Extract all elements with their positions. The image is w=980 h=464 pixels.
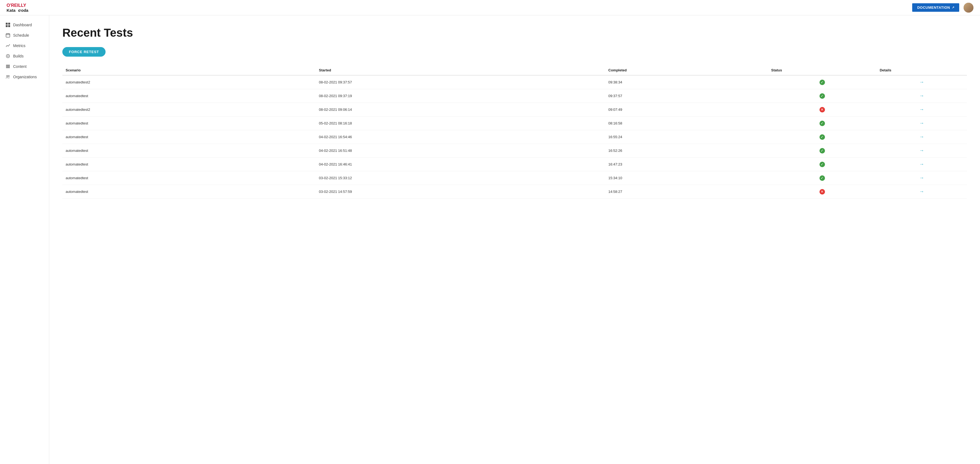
header: O'REILLY Kata σ oda DOCUMENTATION ↗ xyxy=(0,0,980,15)
cell-details: → xyxy=(877,171,967,185)
content-icon xyxy=(5,64,10,69)
avatar-image xyxy=(964,3,974,13)
svg-rect-15 xyxy=(6,66,10,67)
sidebar-label-content: Content xyxy=(13,64,27,69)
details-arrow-button[interactable]: → xyxy=(919,107,924,112)
cell-started: 08-02-2021 09:06:14 xyxy=(315,103,605,116)
status-icon-error: ✕ xyxy=(819,107,825,112)
sidebar-label-dashboard: Dashboard xyxy=(13,23,32,27)
svg-text:O'REILLY: O'REILLY xyxy=(6,3,26,8)
cell-completed: 16:55:24 xyxy=(605,130,768,144)
cell-scenario: automatedtest xyxy=(62,144,315,158)
sidebar: Dashboard Schedule Metrics xyxy=(0,15,49,464)
cell-scenario: automatedtest xyxy=(62,185,315,199)
svg-point-18 xyxy=(8,75,10,77)
status-icon-success: ✓ xyxy=(819,175,825,181)
cell-status: ✓ xyxy=(768,130,877,144)
svg-point-13 xyxy=(7,56,8,57)
status-icon-error: ✕ xyxy=(819,189,825,195)
table-row: automatedtest2 08-02-2021 09:37:57 09:38… xyxy=(62,75,967,89)
details-arrow-button[interactable]: → xyxy=(919,120,924,126)
cell-status: ✓ xyxy=(768,89,877,103)
header-right: DOCUMENTATION ↗ xyxy=(912,3,974,13)
status-icon-success: ✓ xyxy=(819,162,825,167)
cell-started: 08-02-2021 09:37:57 xyxy=(315,75,605,89)
cell-scenario: automatedtest xyxy=(62,158,315,171)
cell-scenario: automatedtest xyxy=(62,89,315,103)
col-header-started: Started xyxy=(315,65,605,75)
details-arrow-button[interactable]: → xyxy=(919,189,924,195)
cell-scenario: automatedtest2 xyxy=(62,75,315,89)
cell-scenario: automatedtest xyxy=(62,116,315,130)
svg-rect-16 xyxy=(6,67,10,68)
status-icon-success: ✓ xyxy=(819,134,825,140)
status-icon-success: ✓ xyxy=(819,121,825,126)
main-content: Recent Tests FORCE RETEST Scenario Start… xyxy=(49,15,980,464)
table-row: automatedtest 08-02-2021 09:37:19 09:37:… xyxy=(62,89,967,103)
svg-text:Kata: Kata xyxy=(6,8,16,13)
sidebar-item-dashboard[interactable]: Dashboard xyxy=(0,20,49,30)
table-row: automatedtest 05-02-2021 08:16:18 08:16:… xyxy=(62,116,967,130)
cell-scenario: automatedtest2 xyxy=(62,103,315,116)
status-icon-success: ✓ xyxy=(819,80,825,85)
table-header-row: Scenario Started Completed Status Detail… xyxy=(62,65,967,75)
sidebar-label-organizations: Organizations xyxy=(13,75,37,79)
status-icon-success: ✓ xyxy=(819,93,825,99)
page-title: Recent Tests xyxy=(62,26,967,40)
sidebar-label-schedule: Schedule xyxy=(13,33,29,37)
svg-point-17 xyxy=(6,75,8,77)
cell-scenario: automatedtest xyxy=(62,130,315,144)
table-row: automatedtest 03-02-2021 14:57:59 14:58:… xyxy=(62,185,967,199)
external-link-icon: ↗ xyxy=(952,6,955,9)
status-icon-success: ✓ xyxy=(819,148,825,153)
sidebar-item-content[interactable]: Content xyxy=(0,61,49,72)
cell-completed: 16:52:26 xyxy=(605,144,768,158)
sidebar-item-schedule[interactable]: Schedule xyxy=(0,30,49,40)
sidebar-item-metrics[interactable]: Metrics xyxy=(0,40,49,51)
cell-completed: 09:07:49 xyxy=(605,103,768,116)
documentation-button[interactable]: DOCUMENTATION ↗ xyxy=(912,3,959,12)
logo: O'REILLY Kata σ oda xyxy=(6,2,37,13)
sidebar-item-organizations[interactable]: Organizations xyxy=(0,72,49,82)
details-arrow-button[interactable]: → xyxy=(919,93,924,99)
cell-status: ✓ xyxy=(768,144,877,158)
cell-status: ✓ xyxy=(768,75,877,89)
oreilly-katacoda-logo: O'REILLY Kata σ oda xyxy=(6,2,37,13)
svg-rect-8 xyxy=(6,33,10,37)
sidebar-item-builds[interactable]: Builds xyxy=(0,51,49,61)
cell-completed: 09:37:57 xyxy=(605,89,768,103)
cell-started: 04-02-2021 16:46:41 xyxy=(315,158,605,171)
sidebar-label-metrics: Metrics xyxy=(13,43,25,48)
cell-completed: 15:34:10 xyxy=(605,171,768,185)
cell-status: ✕ xyxy=(768,103,877,116)
details-arrow-button[interactable]: → xyxy=(919,148,924,153)
app-layout: Dashboard Schedule Metrics xyxy=(0,15,980,464)
dashboard-icon xyxy=(5,22,10,27)
details-arrow-button[interactable]: → xyxy=(919,79,924,85)
metrics-icon xyxy=(5,43,10,48)
cell-started: 03-02-2021 15:33:12 xyxy=(315,171,605,185)
cell-status: ✕ xyxy=(768,185,877,199)
svg-rect-5 xyxy=(8,23,10,25)
avatar[interactable] xyxy=(964,3,974,13)
details-arrow-button[interactable]: → xyxy=(919,175,924,181)
col-header-completed: Completed xyxy=(605,65,768,75)
table-row: automatedtest 04-02-2021 16:54:46 16:55:… xyxy=(62,130,967,144)
cell-details: → xyxy=(877,130,967,144)
cell-completed: 16:47:23 xyxy=(605,158,768,171)
force-retest-button[interactable]: FORCE RETEST xyxy=(62,47,105,57)
organizations-icon xyxy=(5,75,10,79)
cell-started: 05-02-2021 08:16:18 xyxy=(315,116,605,130)
svg-text:σ: σ xyxy=(18,8,21,13)
cell-details: → xyxy=(877,75,967,89)
table-row: automatedtest2 08-02-2021 09:06:14 09:07… xyxy=(62,103,967,116)
table-row: automatedtest 04-02-2021 16:51:48 16:52:… xyxy=(62,144,967,158)
details-arrow-button[interactable]: → xyxy=(919,134,924,140)
cell-status: ✓ xyxy=(768,158,877,171)
doc-button-label: DOCUMENTATION xyxy=(917,5,950,10)
svg-rect-4 xyxy=(6,23,8,25)
cell-details: → xyxy=(877,144,967,158)
cell-details: → xyxy=(877,158,967,171)
cell-details: → xyxy=(877,116,967,130)
details-arrow-button[interactable]: → xyxy=(919,161,924,167)
